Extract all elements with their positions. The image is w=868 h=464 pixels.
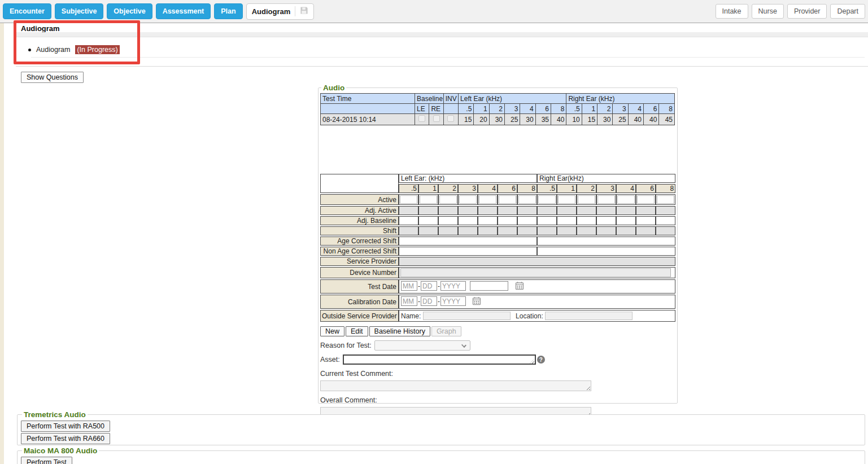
row-label-adj-active: Adj. Active bbox=[320, 206, 399, 215]
calendar-icon[interactable] bbox=[472, 296, 481, 307]
save-icon[interactable] bbox=[300, 6, 308, 17]
active-cell bbox=[577, 194, 596, 205]
row-label-service-provider: Service Provider bbox=[320, 257, 399, 266]
freq-header: 6 bbox=[636, 184, 656, 193]
calibration-month-input[interactable] bbox=[401, 296, 417, 306]
screen: Encounter Subjective Objective Assessmen… bbox=[0, 0, 868, 464]
right-value: 40 bbox=[644, 114, 659, 125]
active-cell bbox=[636, 194, 656, 205]
test-date-year-input[interactable] bbox=[440, 281, 466, 291]
calibration-year-input[interactable] bbox=[440, 296, 466, 306]
active-input[interactable] bbox=[439, 195, 457, 204]
blank-header-cell bbox=[321, 104, 415, 114]
asset-input[interactable] bbox=[343, 354, 536, 365]
test-time-input[interactable] bbox=[470, 281, 508, 291]
col-left-ear: Left Ear (kHz) bbox=[459, 94, 566, 104]
bullet-icon bbox=[28, 49, 31, 51]
active-input[interactable] bbox=[518, 195, 536, 204]
subjective-button[interactable]: Subjective bbox=[55, 3, 104, 19]
active-input[interactable] bbox=[637, 195, 655, 204]
left-value: 15 bbox=[459, 114, 474, 125]
left-value: 40 bbox=[551, 114, 566, 125]
freq-header: 3 bbox=[505, 104, 520, 114]
resize-grip-icon bbox=[585, 385, 590, 390]
test-date-day-input[interactable] bbox=[421, 281, 437, 291]
new-button[interactable]: New bbox=[320, 326, 344, 336]
audiogram-list-item[interactable]: Audiogram (In Progress) bbox=[28, 45, 120, 54]
nurse-button[interactable]: Nurse bbox=[752, 4, 784, 19]
freq-header: 8 bbox=[551, 104, 566, 114]
row-label-shift: Shift bbox=[320, 226, 399, 235]
encounter-button[interactable]: Encounter bbox=[3, 3, 51, 19]
location-input bbox=[545, 312, 633, 320]
active-input[interactable] bbox=[459, 195, 477, 204]
active-input[interactable] bbox=[558, 195, 575, 204]
edit-button[interactable]: Edit bbox=[346, 326, 368, 336]
baseline-history-button[interactable]: Baseline History bbox=[369, 326, 430, 336]
row-label-active: Active bbox=[320, 194, 399, 205]
audio-history-table: Test Time Baseline INV Left Ear (kHz) Ri… bbox=[320, 93, 675, 125]
tremetrics-fieldset: Tremetrics Audio Perform Test with RA500… bbox=[17, 410, 865, 445]
active-cell bbox=[517, 194, 537, 205]
depart-button[interactable]: Depart bbox=[830, 4, 865, 19]
maico-legend: Maico MA 800 Audio bbox=[22, 447, 99, 455]
active-input[interactable] bbox=[617, 195, 635, 204]
row-label-device-number: Device Number bbox=[320, 267, 399, 278]
freq-header: 4 bbox=[616, 184, 636, 193]
shift-cell bbox=[399, 226, 418, 235]
active-input[interactable] bbox=[400, 195, 417, 204]
active-cell bbox=[596, 194, 616, 205]
assessment-button[interactable]: Assessment bbox=[156, 3, 211, 19]
freq-header: 4 bbox=[520, 104, 535, 114]
active-input[interactable] bbox=[479, 195, 496, 204]
test-time-value: 08-24-2015 10:14 bbox=[321, 114, 415, 125]
provider-button[interactable]: Provider bbox=[787, 4, 827, 19]
separator-line bbox=[16, 66, 868, 67]
audio-actions: New Edit Baseline History Graph bbox=[320, 326, 675, 336]
freq-header: 4 bbox=[628, 104, 643, 114]
asset-row: Asset: ? bbox=[320, 354, 675, 365]
active-input[interactable] bbox=[657, 195, 674, 204]
row-label-calibration-date: Calibration Date bbox=[320, 295, 399, 309]
freq-header: 4 bbox=[478, 184, 498, 193]
test-date-month-input[interactable] bbox=[401, 281, 417, 291]
separator-line bbox=[31, 57, 865, 58]
reason-row: Reason for Test: bbox=[320, 340, 675, 351]
plan-button[interactable]: Plan bbox=[214, 3, 242, 19]
intake-button[interactable]: Intake bbox=[716, 4, 748, 19]
active-input[interactable] bbox=[578, 195, 595, 204]
perform-test-ra660-button[interactable]: Perform Test with RA660 bbox=[21, 433, 110, 444]
active-input[interactable] bbox=[499, 195, 516, 204]
help-icon[interactable]: ? bbox=[537, 356, 545, 364]
objective-button[interactable]: Objective bbox=[107, 3, 152, 19]
name-input bbox=[423, 312, 511, 320]
tab-audiogram-label: Audiogram bbox=[252, 7, 291, 16]
non-age-corrected-right bbox=[537, 247, 675, 256]
test-row[interactable]: 08-24-2015 10:14 15 20 30 25 30 35 40 10… bbox=[321, 114, 675, 125]
reason-for-test-label: Reason for Test: bbox=[320, 342, 372, 349]
tremetrics-legend: Tremetrics Audio bbox=[22, 410, 88, 419]
blank-corner-cell bbox=[320, 174, 399, 193]
active-input[interactable] bbox=[597, 195, 615, 204]
baseline-re-checkbox bbox=[433, 115, 440, 122]
active-input[interactable] bbox=[538, 195, 556, 204]
row-label-test-date: Test Date bbox=[320, 279, 399, 294]
col-re: RE bbox=[429, 104, 443, 114]
test-date-cell: -- bbox=[399, 279, 675, 294]
calibration-day-input[interactable] bbox=[421, 296, 437, 306]
tab-audiogram[interactable]: Audiogram bbox=[246, 3, 315, 20]
left-value: 30 bbox=[489, 114, 504, 125]
maico-perform-test-button[interactable]: Perform Test bbox=[21, 457, 72, 464]
right-value: 15 bbox=[582, 114, 597, 125]
left-value: 30 bbox=[520, 114, 535, 125]
active-input[interactable] bbox=[420, 195, 437, 204]
active-cell bbox=[458, 194, 478, 205]
audio-legend: Audio bbox=[321, 84, 346, 92]
perform-test-ra500-button[interactable]: Perform Test with RA500 bbox=[21, 421, 110, 432]
show-questions-button[interactable]: Show Questions bbox=[21, 72, 84, 83]
left-edge-strip bbox=[0, 23, 4, 464]
current-test-comment-textarea bbox=[320, 380, 591, 391]
list-item-label: Audiogram bbox=[36, 46, 70, 54]
baseline-le-checkbox bbox=[418, 115, 425, 122]
calendar-icon[interactable] bbox=[515, 281, 524, 292]
